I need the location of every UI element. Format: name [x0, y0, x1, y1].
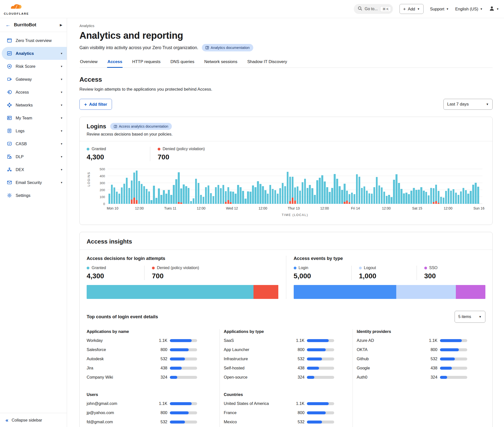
- row-bar-fill: [307, 421, 322, 424]
- table-row: fd@gmail.com532: [87, 417, 197, 427]
- row-bar-fill: [440, 348, 459, 351]
- bar: [453, 189, 454, 204]
- tables-column: Identity providersAzure AD1.1KOKTA800Git…: [353, 329, 485, 427]
- bar: [472, 185, 474, 204]
- sidebar-item-logs[interactable]: Logs▼: [0, 124, 67, 137]
- bar: [423, 191, 425, 204]
- sidebar-item-my-team[interactable]: My Team▼: [0, 111, 67, 124]
- row-label: Auth0: [357, 375, 423, 380]
- stack-segment-sso: [456, 285, 485, 299]
- bar: [200, 195, 202, 204]
- bar: [331, 188, 333, 204]
- table-row: Auth0324: [357, 373, 467, 382]
- bar: [371, 194, 373, 204]
- bar: [225, 191, 227, 204]
- stat-label: Denied (policy violation): [163, 147, 205, 151]
- account-switcher[interactable]: ← BurritoBot ▶: [0, 18, 67, 32]
- time-range-select[interactable]: Last 7 days ▼: [443, 99, 493, 110]
- row-bar-track: [170, 421, 197, 424]
- user-icon: [489, 6, 495, 12]
- chevron-down-icon: ▼: [60, 117, 63, 119]
- chart-bars: [108, 169, 479, 204]
- sidebar-item-casb[interactable]: CASB▼: [0, 137, 67, 150]
- tab-dns-queries[interactable]: DNS queries: [170, 58, 195, 68]
- casb-icon: [7, 141, 12, 146]
- tab-network-sessions[interactable]: Network sessions: [204, 58, 238, 68]
- bar: [108, 194, 110, 204]
- back-arrow-icon: ←: [5, 22, 10, 28]
- support-menu[interactable]: Support ▼: [430, 7, 449, 11]
- bar: [215, 187, 217, 204]
- global-search[interactable]: Go to... ⌘ K: [354, 4, 393, 14]
- bar: [467, 194, 469, 204]
- divider: [80, 141, 492, 141]
- add-button[interactable]: + Add ▼: [399, 4, 424, 14]
- sidebar-item-gateway[interactable]: Gateway▼: [0, 73, 67, 86]
- tab-shadow-it-discovery[interactable]: Shadow IT Discovery: [247, 58, 288, 68]
- sidebar-item-dlp[interactable]: DLP▼: [0, 150, 67, 163]
- analytics-documentation-badge[interactable]: Analytics documentation: [202, 44, 253, 51]
- bar: [203, 197, 204, 204]
- cloudflare-logo[interactable]: CLOUDFLARE: [3, 3, 29, 15]
- bar: [378, 185, 380, 204]
- table-row: Mexico532: [224, 417, 334, 427]
- bar: [175, 179, 177, 204]
- top-counts-tables: Applications by nameWorkday1.1KSalesforc…: [87, 329, 485, 427]
- sidebar-item-label: Risk Score: [16, 64, 60, 69]
- bar: [188, 188, 189, 204]
- chevron-down-icon: ▼: [479, 315, 482, 319]
- bar: [314, 195, 316, 204]
- row-bar-fill: [440, 357, 455, 360]
- tab-overview[interactable]: Overview: [79, 58, 98, 68]
- bar: [190, 201, 192, 204]
- row-bar-track: [307, 367, 334, 370]
- row-value: 324: [153, 375, 167, 380]
- items-count-select[interactable]: 5 items ▼: [455, 311, 485, 323]
- sidebar-item-risk-score[interactable]: Risk Score▼: [0, 60, 67, 73]
- table-row: Self-hosted438: [224, 363, 334, 373]
- sidebar-item-access[interactable]: Access▼: [0, 86, 67, 99]
- bar: [262, 186, 264, 204]
- bar: [359, 177, 360, 204]
- add-button-label: Add: [408, 7, 415, 11]
- bar: [254, 187, 256, 204]
- legend-dot: [294, 267, 296, 269]
- user-menu[interactable]: ▼: [489, 6, 499, 12]
- bar: [289, 177, 291, 204]
- sidebar-item-zero-trust-overview[interactable]: Zero Trust overview: [0, 34, 67, 47]
- row-bar-track: [307, 376, 334, 379]
- bar: [477, 187, 479, 204]
- row-bar-fill: [440, 339, 462, 342]
- bar: [148, 191, 150, 204]
- legend-dot: [158, 148, 160, 150]
- bar: [128, 188, 130, 204]
- bar: [257, 181, 259, 204]
- bar: [351, 193, 353, 204]
- sidebar-item-dex[interactable]: DEX▼: [0, 163, 67, 176]
- tab-http-requests[interactable]: HTTP requests: [132, 58, 161, 68]
- language-menu[interactable]: English (US) ▼: [455, 7, 483, 11]
- bar: [277, 194, 279, 204]
- sidebar-item-label: Zero Trust overview: [16, 38, 63, 43]
- bar: [383, 192, 385, 204]
- tables-column: Applications by typeSaaS1.1KApp Launcher…: [219, 329, 352, 427]
- bar: [113, 187, 115, 204]
- sidebar-item-label: DLP: [16, 154, 60, 159]
- bar: [227, 187, 229, 204]
- bar: [146, 189, 147, 204]
- sidebar-item-analytics[interactable]: Analytics▼: [2, 47, 67, 60]
- y-tick-label: 100: [100, 195, 105, 199]
- collapse-sidebar-button[interactable]: « Collapse sidebar: [0, 413, 67, 427]
- tab-access[interactable]: Access: [107, 58, 123, 68]
- sidebar-item-email-security[interactable]: Email Security▼: [0, 176, 67, 189]
- bar: [445, 191, 447, 204]
- sidebar-item-settings[interactable]: Settings: [0, 189, 67, 202]
- x-tick-label: 12:00: [258, 206, 267, 210]
- access-analytics-documentation-badge[interactable]: Access analytics documentation: [110, 123, 172, 130]
- row-bar-fill: [170, 348, 189, 351]
- add-filter-button[interactable]: + Add filter: [79, 99, 112, 110]
- table-row: Jira438: [87, 363, 197, 373]
- bar: [205, 187, 207, 204]
- y-tick-label: 500: [100, 167, 105, 171]
- sidebar-item-networks[interactable]: Networks▼: [0, 99, 67, 111]
